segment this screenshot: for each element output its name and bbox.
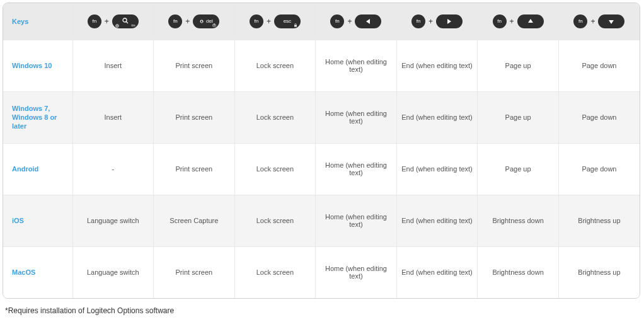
table-row: Windows 7, Windows 8 or laterInsertPrint… (3, 91, 640, 143)
cell: End (when editing text) (396, 246, 478, 298)
os-label: iOS (3, 195, 72, 246)
header-key-5: fn + (396, 3, 478, 40)
cell: Insert (72, 40, 154, 91)
table-row: MacOSLanguage switchPrint screenLock scr… (3, 246, 640, 298)
cell: Brightness up (558, 195, 640, 246)
cell: Brightness down (478, 246, 559, 298)
arrow-right-key-icon (436, 14, 463, 28)
fn-key-icon: fn (493, 14, 507, 28)
os-label: Windows 10 (3, 40, 72, 91)
os-label: Android (3, 143, 72, 195)
plus-icon: + (509, 17, 515, 26)
cell: Language switch (72, 195, 154, 246)
plus-icon: + (346, 17, 353, 26)
table-body: Windows 10InsertPrint screenLock screenH… (3, 40, 640, 298)
os-label: Windows 7, Windows 8 or later (3, 91, 72, 143)
shortcut-table: Keys fn + ins fn (3, 3, 640, 299)
cell: Screen Capture (154, 195, 235, 246)
arrow-up-key-icon (517, 14, 544, 28)
fn-key-icon: fn (411, 14, 425, 28)
fn-key-icon: fn (573, 14, 587, 28)
cell: Page down (558, 91, 640, 143)
arrow-left-key-icon (355, 14, 381, 28)
cell: Home (when editing text) (316, 91, 397, 143)
cell: Page up (478, 143, 559, 195)
cell: Print screen (154, 91, 235, 143)
table-row: Android-Print screenLock screenHome (whe… (3, 143, 640, 195)
os-label: MacOS (3, 246, 72, 298)
cell: Insert (72, 91, 154, 143)
header-key-6: fn + (478, 3, 559, 40)
cell: Print screen (154, 40, 235, 91)
search-ins-key-icon: ins (112, 14, 139, 28)
header-key-1: fn + ins (72, 3, 154, 40)
cell: Page up (478, 91, 559, 143)
cell: Lock screen (234, 195, 316, 246)
cell: - (72, 143, 154, 195)
plus-icon: + (589, 17, 596, 26)
arrow-down-key-icon (598, 14, 624, 28)
cell: Page down (558, 40, 640, 91)
header-key-4: fn + (316, 3, 397, 40)
fn-key-icon: fn (330, 14, 344, 28)
footnote: *Requires installation of Logitech Optio… (5, 306, 639, 315)
cell: Page up (478, 40, 559, 91)
fn-key-icon: fn (168, 14, 182, 28)
cell: Brightness down (478, 195, 559, 246)
plus-icon: + (427, 17, 434, 26)
cell: Lock screen (234, 91, 316, 143)
fn-key-icon: fn (88, 14, 101, 28)
cell: Home (when editing text) (316, 40, 397, 91)
plus-icon: + (184, 17, 191, 26)
header-keys-label: Keys (3, 3, 72, 40)
cell: End (when editing text) (396, 195, 478, 246)
table-row: iOSLanguage switchScreen CaptureLock scr… (3, 195, 640, 246)
header-key-2: fn + del (154, 3, 235, 40)
cell: End (when editing text) (396, 143, 478, 195)
cell: Lock screen (234, 246, 316, 298)
plus-icon: + (103, 17, 110, 26)
cell: Brightness up (558, 246, 640, 298)
cell: Print screen (154, 143, 235, 195)
header-key-3: fn + esc (234, 3, 316, 40)
table-row: Windows 10InsertPrint screenLock screenH… (3, 40, 640, 91)
cell: Page down (558, 143, 640, 195)
esc-key-icon: esc (274, 14, 301, 28)
del-key-icon: del (193, 14, 219, 28)
cell: End (when editing text) (396, 91, 478, 143)
cell: Lock screen (234, 143, 316, 195)
fn-key-icon: fn (250, 14, 263, 28)
cell: Home (when editing text) (316, 195, 397, 246)
cell: Print screen (154, 246, 235, 298)
cell: Lock screen (234, 40, 316, 91)
header-row: Keys fn + ins fn (3, 3, 640, 40)
cell: End (when editing text) (396, 40, 478, 91)
plus-icon: + (265, 17, 272, 26)
cell: Home (when editing text) (316, 143, 397, 195)
cell: Home (when editing text) (316, 246, 397, 298)
cell: Language switch (72, 246, 154, 298)
header-key-7: fn + (558, 3, 640, 40)
